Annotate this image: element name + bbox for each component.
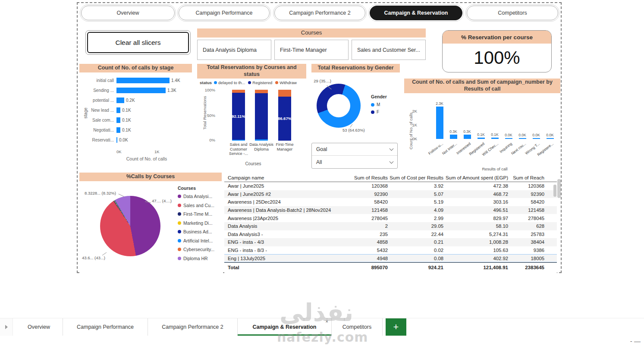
status-segment-registered[interactable]: 86.67% [278, 97, 291, 141]
table-row[interactable]: Eng | 13July202549480.08402.9218005 [224, 254, 557, 262]
stage-bar-row: Reservati...0.0K [79, 137, 180, 143]
value-cell: 3.92 [388, 183, 443, 189]
top-tab-overview[interactable]: Overview [81, 6, 175, 20]
page-tab-overview[interactable]: Overview [15, 318, 63, 336]
goal-slicer-header[interactable]: Goal [312, 143, 397, 156]
close-tab-icon[interactable]: × [326, 319, 328, 324]
column-header[interactable]: Sum of Reach [508, 175, 544, 180]
calls-pie[interactable] [100, 196, 160, 256]
results-bar[interactable] [436, 107, 443, 139]
status-segment-registered[interactable] [255, 93, 268, 139]
stage-bar[interactable] [116, 127, 120, 133]
table-row[interactable]: Data Analysis3 -23522.445,274.3125783 [224, 230, 557, 239]
table-row[interactable]: Awareness | Data Analysis-Batch2 | 28Nov… [224, 206, 557, 214]
status-segment-withdraw[interactable] [255, 90, 268, 93]
legend-item[interactable]: Data Analysi... [178, 194, 214, 199]
results-bar[interactable] [491, 138, 499, 139]
legend-item[interactable]: M [371, 102, 387, 107]
top-tab-competitors[interactable]: Competitors [467, 6, 558, 20]
value-cell: 402.92 [443, 256, 508, 261]
legend-item[interactable]: Marketing Di... [178, 220, 214, 226]
table-row[interactable]: ENG - insta - 8/3 -54320.02105.639386 [224, 246, 557, 255]
stage-bar[interactable] [116, 107, 120, 113]
page-tab-campaign-performance[interactable]: Campaign Performance [63, 318, 148, 336]
column-header[interactable]: Sum of Cost per Results [388, 175, 443, 180]
value-cell: 278045 [508, 216, 544, 221]
table-row[interactable]: Awareness |23Apr20252780452.99829.972780… [224, 214, 557, 222]
results-bar[interactable] [450, 135, 457, 139]
add-page-button[interactable]: + [386, 318, 406, 336]
goal-slicer-title: Goal [316, 146, 327, 152]
stage-bar[interactable] [116, 88, 166, 93]
page-tab-label: Campaign Performance 2 [162, 324, 223, 330]
stage-value-label: 0.0K [119, 138, 128, 142]
clear-all-slicers-button[interactable]: Clear all slicers [85, 30, 191, 55]
stage-bar[interactable] [116, 117, 120, 123]
sidebar-collapse-button[interactable] [0, 318, 13, 336]
courses-slicer-title: Courses [197, 28, 426, 38]
top-tab-campaign-performance-2[interactable]: Campaign Performance 2 [274, 6, 365, 20]
table-row[interactable]: ENG - insta - 4/348580.211,008.2838404 [224, 238, 557, 246]
status-x-axis-title: Courses [214, 161, 292, 166]
goal-slicer-dropdown[interactable]: All [312, 156, 397, 168]
column-header[interactable]: Sum of Results [333, 175, 388, 180]
status-segment-registered[interactable]: 92.11% [232, 93, 245, 140]
status-segment-withdraw[interactable] [232, 90, 245, 93]
table-row[interactable]: Data Analysis229.0558.10628 [224, 222, 557, 230]
legend-item[interactable]: First-Time M... [178, 211, 214, 217]
status-column[interactable]: 92.11% [232, 90, 245, 141]
table-row[interactable]: Awar | June2025 #2923905.07468.7292390 [224, 190, 557, 198]
value-cell: 22.44 [388, 232, 443, 237]
legend-item[interactable]: Registered [248, 80, 272, 85]
status-segment-delayed-to-th-[interactable] [232, 140, 245, 141]
results-bar[interactable] [464, 135, 471, 139]
status-segment-withdraw[interactable] [278, 90, 291, 97]
course-option-sales-and-customer-service[interactable]: Sales and Customer Ser... [352, 40, 426, 60]
table-scrollbar-thumb[interactable] [553, 185, 556, 197]
course-option-data-analysis-diploma[interactable]: Data Analysis Diploma [197, 40, 271, 60]
table-header[interactable]: Campaign name Sum of Results Sum of Cost… [224, 173, 557, 182]
pie-callout: 43.6... (43...) [82, 255, 105, 260]
y-tick: 0K [406, 136, 417, 141]
canvas-scrollbar-thumb[interactable] [557, 179, 561, 198]
results-bar[interactable] [547, 138, 554, 139]
page-tab-campaign-reservation[interactable]: Campaign & Reservation × [238, 318, 332, 336]
column-header[interactable]: Sum of Amount spent (EGP) [443, 175, 508, 180]
stage-bar[interactable] [116, 78, 170, 83]
page-tab-campaign-performance-2[interactable]: Campaign Performance 2 [148, 318, 238, 336]
value-cell: 472.38 [443, 183, 508, 189]
top-tab-campaign-performance[interactable]: Campaign Performance [179, 6, 270, 20]
table-row[interactable]: Awareness | 25Dec2024584205.19303.165842… [224, 198, 557, 206]
legend-item[interactable]: F [371, 110, 387, 114]
table-row[interactable]: Awar | June20251203683.92472.38120368 [224, 182, 557, 190]
legend-item[interactable]: Artificial Intel... [178, 238, 214, 243]
courses-options: Data Analysis Diploma First-Time Manager… [197, 40, 426, 60]
results-bar[interactable] [533, 138, 540, 139]
legend-item[interactable]: Cybersecurity... [178, 247, 214, 252]
results-value-label: 0.3K [460, 129, 474, 134]
legend-item[interactable]: Diploma HR [178, 256, 214, 261]
column-header[interactable]: Campaign name [228, 175, 333, 180]
results-bar[interactable] [505, 138, 512, 139]
value-cell: 29.05 [388, 223, 443, 229]
legend-item[interactable]: Withdraw [275, 80, 297, 85]
stage-category-label: initial call [79, 78, 116, 83]
status-column[interactable] [255, 90, 268, 141]
legend-item[interactable]: Sales and Cu... [178, 203, 214, 208]
legend-title: status [200, 80, 212, 85]
status-column[interactable]: 86.67% [278, 90, 291, 141]
status-segment-delayed-to-th-[interactable] [255, 139, 268, 141]
top-tab-campaign-reservation[interactable]: Campaign & Reservation [370, 6, 462, 20]
results-value-label: 0.0K [529, 133, 543, 137]
value-cell: 0.02 [388, 248, 443, 253]
page-tab-competitors[interactable]: Competitors [332, 318, 383, 336]
stage-bar[interactable] [116, 137, 117, 143]
results-bar[interactable] [519, 138, 526, 139]
stage-bar[interactable] [116, 98, 124, 103]
legend-item[interactable]: Business Ad... [178, 229, 214, 234]
stage-value-label: 0.2K [126, 98, 135, 103]
report-canvas: Overview Campaign Performance Campaign P… [77, 2, 562, 273]
course-option-first-time-manager[interactable]: First-Time Manager [274, 40, 349, 60]
legend-item[interactable]: delayed to th... [214, 80, 245, 85]
results-bar[interactable] [478, 138, 485, 139]
